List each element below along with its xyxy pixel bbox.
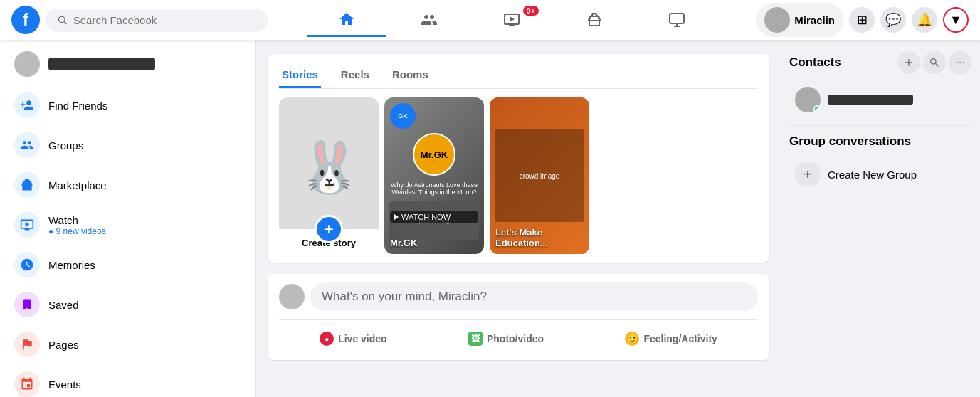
more-contacts-button[interactable]: ··· [949, 51, 971, 74]
sidebar-item-saved[interactable]: Saved [6, 285, 250, 324]
gk-story-content: Mr.GK Why do Astronauts Love these Weird… [384, 97, 484, 254]
contact-avatar [795, 87, 821, 112]
create-story-plus[interactable]: + [315, 215, 343, 243]
topnav-left: f [11, 6, 268, 34]
nav-watch[interactable]: 9+ [472, 3, 552, 37]
sidebar-marketplace-label: Marketplace [48, 179, 107, 191]
contacts-title: Contacts [789, 55, 841, 70]
group-conversations-title: Group conversations [789, 134, 971, 149]
story-mr-gk[interactable]: GK Mr.GK Why do Astronauts Love these We… [384, 97, 484, 254]
story-education[interactable]: LA crowd image Let's Make Education... [490, 97, 589, 254]
sidebar-events-label: Events [48, 379, 81, 391]
feeling-button[interactable]: 🙂 Feeling/Activity [613, 326, 728, 351]
tab-stories[interactable]: Stories [279, 63, 321, 88]
add-contact-button[interactable] [897, 51, 920, 74]
topnav-right: Miraclin ⊞ 💬 🔔 ▼ [756, 3, 969, 37]
watch-icon [503, 11, 520, 28]
sidebar-pages-label: Pages [48, 339, 79, 351]
user-name-button[interactable]: Miraclin [756, 3, 843, 37]
contacts-header: Contacts ··· [789, 51, 971, 74]
education-label: Let's Make Education... [495, 227, 584, 248]
photo-icon: 🖼 [468, 332, 483, 346]
photo-video-button[interactable]: 🖼 Photo/video [457, 326, 555, 351]
play-icon [394, 214, 399, 220]
create-new-group-button[interactable]: + Create New Group [789, 156, 971, 193]
create-story-item[interactable]: 🐰 + Create story [279, 97, 379, 254]
pages-icon [14, 332, 40, 357]
memories-icon [14, 252, 40, 277]
nav-reels[interactable] [637, 3, 717, 37]
gk-text: Why do Astronauts Love these Weirdest Th… [384, 179, 484, 198]
user-avatar-nav [764, 7, 790, 33]
contacts-action-icons: ··· [897, 51, 971, 74]
search-input[interactable] [73, 14, 256, 26]
sidebar-groups-label: Groups [48, 139, 83, 152]
right-panel: Contacts ··· Group conversations + Creat… [781, 40, 980, 397]
sidebar-memories-label: Memories [48, 259, 95, 271]
search-contacts-button[interactable] [923, 51, 946, 74]
contact-item[interactable] [789, 83, 971, 117]
top-navigation: f 9+ Miraclin ⊞ � [0, 0, 980, 40]
live-video-button[interactable]: ● Live video [308, 326, 398, 351]
apps-button[interactable]: ⊞ [849, 7, 875, 33]
sidebar-item-marketplace[interactable]: Marketplace [6, 165, 250, 205]
sidebar-find-friends-label: Find Friends [48, 100, 107, 112]
svg-point-0 [58, 16, 65, 23]
sidebar-watch-text: Watch ● 9 new videos [48, 214, 106, 236]
live-video-label: Live video [338, 333, 386, 344]
watch-now-label: WATCH NOW [401, 213, 451, 221]
post-box-top: What's on your mind, Miraclin? [279, 282, 758, 311]
create-group-plus-icon: + [795, 162, 821, 187]
sidebar-item-events[interactable]: Events [6, 364, 250, 397]
divider [789, 125, 971, 126]
sidebar-user-profile[interactable] [6, 46, 250, 83]
nav-friends[interactable] [389, 3, 469, 37]
post-box: What's on your mind, Miraclin? ● Live vi… [268, 274, 769, 360]
marketplace-side-icon [14, 172, 40, 198]
facebook-logo[interactable]: f [11, 6, 40, 34]
nav-marketplace[interactable] [554, 3, 634, 37]
watch-badge: 9+ [523, 6, 539, 16]
sidebar-saved-label: Saved [48, 299, 79, 311]
sidebar-item-pages[interactable]: Pages [6, 324, 250, 364]
feeling-icon: 🙂 [625, 332, 639, 346]
create-group-label: Create New Group [828, 169, 917, 181]
post-input[interactable]: What's on your mind, Miraclin? [310, 282, 758, 311]
groups-icon [14, 132, 40, 158]
find-friends-icon [14, 92, 40, 118]
events-icon [14, 371, 40, 397]
post-user-avatar [279, 284, 305, 309]
sidebar-user-avatar [14, 51, 40, 77]
svg-line-1 [64, 22, 66, 24]
tab-reels[interactable]: Reels [338, 63, 372, 88]
watch-side-icon [14, 212, 40, 238]
sidebar: Find Friends Groups Marketplace Watch ● … [0, 40, 256, 397]
watch-now-badge: WATCH NOW [390, 211, 478, 223]
stories-list: 🐰 + Create story GK Mr.GK Why do Astrona… [279, 97, 758, 254]
reels-icon [668, 11, 685, 28]
sidebar-item-groups[interactable]: Groups [6, 125, 250, 165]
sidebar-item-find-friends[interactable]: Find Friends [6, 85, 250, 125]
main-layout: Find Friends Groups Marketplace Watch ● … [0, 40, 980, 397]
saved-icon [14, 292, 40, 317]
sidebar-item-watch[interactable]: Watch ● 9 new videos [6, 205, 250, 245]
messenger-button[interactable]: 💬 [880, 7, 906, 33]
tab-rooms[interactable]: Rooms [389, 63, 431, 88]
post-actions: ● Live video 🖼 Photo/video 🙂 Feeling/Act… [279, 319, 758, 351]
nav-home[interactable] [307, 3, 386, 37]
home-icon [338, 11, 355, 28]
marketplace-icon [586, 11, 603, 28]
stories-tabs: Stories Reels Rooms [279, 63, 758, 89]
search-box[interactable] [46, 9, 268, 32]
svg-rect-2 [670, 14, 684, 23]
dropdown-button[interactable]: ▼ [943, 7, 969, 33]
feeling-label: Feeling/Activity [643, 333, 717, 344]
bunny-illustration: 🐰 [298, 138, 360, 196]
edu-crowd: crowd image [495, 129, 584, 222]
notifications-button[interactable]: 🔔 [912, 7, 937, 33]
online-indicator [813, 105, 821, 112]
sidebar-item-memories[interactable]: Memories [6, 245, 250, 285]
main-feed: Stories Reels Rooms 🐰 + Create story [256, 40, 781, 397]
mr-gk-label: Mr.GK [390, 238, 478, 248]
live-dot-icon: ● [320, 332, 334, 346]
